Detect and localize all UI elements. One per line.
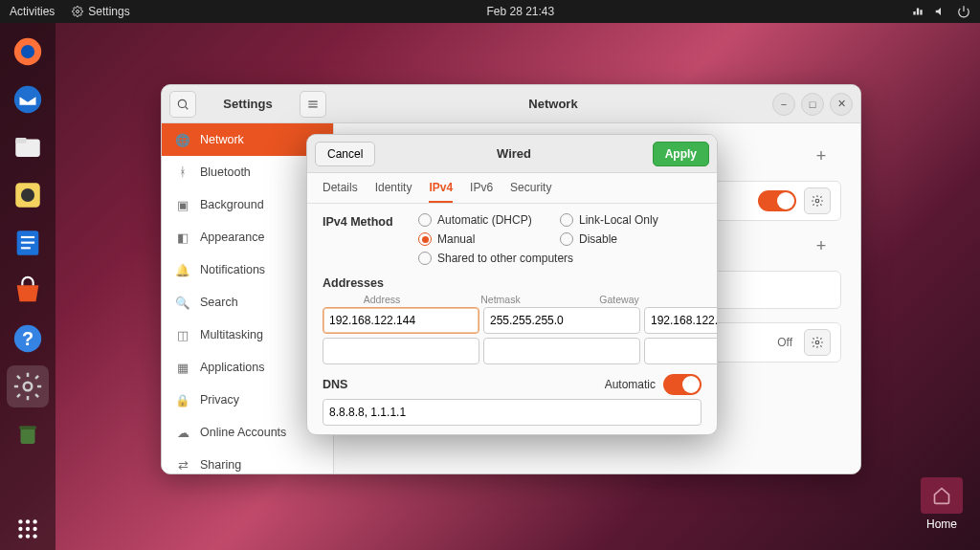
bluetooth-icon: ᚼ [175, 165, 190, 180]
address-input[interactable] [323, 307, 479, 334]
netmask-input[interactable] [483, 307, 640, 334]
topbar-app-indicator[interactable]: Settings [72, 5, 129, 18]
method-manual[interactable]: Manual [418, 232, 560, 246]
svg-point-8 [21, 188, 34, 202]
dock-files[interactable] [7, 126, 49, 168]
sidebar-item-label: Notifications [200, 263, 265, 276]
sidebar-item-label: Sharing [200, 458, 241, 472]
proxy-settings-button[interactable] [804, 329, 831, 356]
column-address: Address [323, 292, 441, 307]
svg-point-18 [18, 519, 22, 523]
tab-security[interactable]: Security [510, 173, 551, 203]
dock-show-apps[interactable] [7, 508, 49, 550]
dock-firefox[interactable] [7, 31, 49, 73]
dock-settings[interactable] [7, 365, 49, 407]
wired-settings-button[interactable] [804, 187, 831, 214]
address-input-empty[interactable] [323, 338, 479, 364]
dock-thunderbird[interactable] [7, 78, 49, 121]
dock-writer[interactable] [7, 222, 49, 264]
netmask-input-empty[interactable] [483, 338, 640, 364]
window-close-button[interactable]: ✕ [830, 93, 853, 116]
svg-rect-16 [21, 429, 35, 444]
dns-servers-input[interactable] [323, 399, 702, 426]
method-label-text: Shared to other computers [437, 252, 573, 265]
addresses-label: Addresses [323, 276, 702, 290]
wired-toggle[interactable] [758, 190, 796, 211]
bell-icon: 🔔 [175, 262, 190, 277]
sidebar-item-label: Search [200, 296, 238, 309]
sidebar-item-label: Background [200, 198, 264, 211]
svg-line-28 [186, 106, 189, 109]
background-icon: ▣ [175, 197, 190, 212]
dock-help[interactable]: ? [7, 318, 49, 360]
dock: ? [0, 23, 56, 550]
clock[interactable]: Feb 28 21:43 [130, 5, 911, 18]
multitasking-icon: ◫ [175, 327, 190, 342]
window-maximize-button[interactable]: □ [801, 93, 824, 116]
svg-point-15 [24, 383, 33, 391]
method-label-text: Link-Local Only [579, 213, 658, 227]
lock-icon: 🔒 [175, 392, 190, 407]
radio-icon [560, 213, 573, 227]
sidebar-item-sharing[interactable]: ⇄Sharing [162, 449, 333, 473]
method-label-text: Manual [437, 232, 475, 246]
radio-icon [418, 232, 432, 246]
column-netmask: Netmask [441, 292, 560, 307]
apps-icon: ▦ [175, 360, 190, 375]
svg-text:?: ? [22, 328, 33, 349]
wired-add-button[interactable]: + [811, 145, 832, 166]
share-icon: ⇄ [175, 457, 190, 473]
settings-title-left: Settings [204, 97, 292, 111]
network-status-icon[interactable] [911, 5, 924, 18]
settings-menu-button[interactable] [300, 91, 326, 118]
dialog-header: Cancel Wired Apply [307, 135, 717, 173]
vpn-add-button[interactable]: + [811, 235, 832, 256]
appearance-icon: ◧ [175, 230, 190, 245]
proxy-value: Off [777, 336, 792, 349]
svg-point-32 [815, 199, 819, 203]
settings-search-button[interactable] [169, 91, 196, 118]
svg-rect-11 [21, 242, 34, 244]
power-icon[interactable] [957, 5, 970, 18]
tab-identity[interactable]: Identity [375, 173, 412, 203]
cancel-button[interactable]: Cancel [315, 142, 375, 166]
method-label-text: Disable [579, 232, 617, 246]
activities-button[interactable]: Activities [10, 5, 55, 18]
dock-software[interactable] [7, 270, 49, 312]
dns-automatic-toggle[interactable] [663, 374, 702, 395]
method-disable[interactable]: Disable [560, 232, 702, 246]
dock-trash[interactable] [7, 413, 49, 455]
dns-automatic-label: Automatic [605, 378, 656, 391]
dns-label: DNS [323, 378, 347, 391]
apply-button[interactable]: Apply [653, 142, 709, 166]
dialog-tabs: Details Identity IPv4 IPv6 Security [307, 173, 717, 204]
svg-rect-10 [21, 236, 34, 238]
method-shared[interactable]: Shared to other computers [418, 252, 702, 265]
sidebar-item-label: Network [200, 133, 244, 146]
desktop-home-label: Home [926, 517, 957, 531]
desktop-home-folder[interactable]: Home [921, 477, 963, 531]
gear-icon [72, 6, 83, 17]
sidebar-item-label: Bluetooth [200, 165, 251, 179]
svg-point-33 [815, 341, 819, 344]
ipv4-method-label: IPv4 Method [323, 213, 418, 271]
window-minimize-button[interactable]: − [772, 93, 795, 116]
search-icon: 🔍 [175, 295, 190, 310]
sidebar-item-label: Applications [200, 361, 264, 374]
volume-icon[interactable] [934, 5, 947, 18]
dock-rhythmbox[interactable] [7, 174, 49, 216]
svg-point-26 [33, 534, 36, 538]
gateway-input-empty[interactable] [644, 338, 717, 364]
tab-details[interactable]: Details [323, 173, 358, 203]
tab-ipv4[interactable]: IPv4 [429, 173, 453, 203]
method-linklocal[interactable]: Link-Local Only [560, 213, 702, 227]
svg-point-23 [33, 527, 36, 531]
svg-point-0 [77, 11, 79, 13]
tab-ipv6[interactable]: IPv6 [470, 173, 493, 203]
sidebar-item-label: Appearance [200, 231, 264, 244]
method-automatic[interactable]: Automatic (DHCP) [418, 213, 560, 227]
gateway-input[interactable] [644, 307, 717, 334]
sidebar-item-label: Online Accounts [200, 426, 286, 439]
radio-icon [418, 252, 432, 265]
cloud-icon: ☁ [175, 425, 190, 440]
